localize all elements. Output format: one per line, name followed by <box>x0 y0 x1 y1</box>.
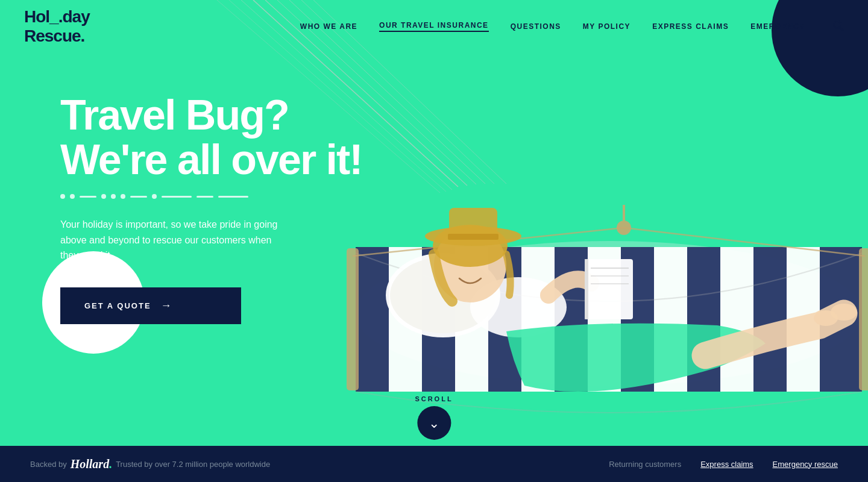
nav-travel-insurance[interactable]: OUR TRAVEL INSURANCE <box>379 21 489 32</box>
nav-who-we-are[interactable]: WHO WE ARE <box>300 22 357 31</box>
main-nav: WHO WE ARE OUR TRAVEL INSURANCE QUESTION… <box>300 19 844 34</box>
svg-rect-38 <box>449 208 497 238</box>
nav-questions[interactable]: QUESTIONS <box>511 22 561 31</box>
cta-area: GET A QUOTE → <box>60 287 362 324</box>
logo-line2: Rescue. <box>24 27 90 46</box>
morse-element <box>80 196 96 198</box>
nav-emergency[interactable]: EMERGENCY <box>750 22 805 31</box>
hollard-logo: Hollard. <box>71 457 112 471</box>
arrow-icon: → <box>161 299 173 312</box>
scroll-label: SCROLL <box>415 395 453 402</box>
morse-element <box>197 196 213 198</box>
header: Hol_.day Rescue. WHO WE ARE OUR TRAVEL I… <box>0 0 868 53</box>
footer-right: Returning customers Express claims Emerg… <box>609 460 838 469</box>
morse-element <box>130 196 147 198</box>
scroll-button[interactable]: ⌄ <box>417 406 451 440</box>
morse-element <box>70 194 75 199</box>
svg-rect-20 <box>859 248 868 390</box>
emergency-rescue-link[interactable]: Emergency rescue <box>773 460 838 469</box>
nav-my-policy[interactable]: MY POLICY <box>583 22 631 31</box>
search-button[interactable] <box>832 19 844 34</box>
backed-by-text: Backed by <box>30 460 67 469</box>
morse-element <box>218 196 248 198</box>
svg-point-29 <box>814 310 838 326</box>
morse-element <box>101 194 106 199</box>
express-claims-link[interactable]: Express claims <box>700 460 753 469</box>
footer-bar: Backed by Hollard. Trusted by over 7.2 m… <box>0 446 868 482</box>
tagline-text: Trusted by over 7.2 million people world… <box>116 460 270 469</box>
footer-left: Backed by Hollard. Trusted by over 7.2 m… <box>30 457 270 471</box>
morse-element <box>60 194 65 199</box>
chevron-down-icon: ⌄ <box>429 417 439 430</box>
morse-element <box>152 194 157 199</box>
hero-section: Hol_.day Rescue. WHO WE ARE OUR TRAVEL I… <box>0 0 868 446</box>
morse-element <box>162 196 192 198</box>
logo-text: Hol_.day <box>24 7 90 27</box>
nav-express-claims[interactable]: EXPRESS CLAIMS <box>652 22 729 31</box>
hero-title: Travel Bug? We're all over it! <box>60 93 362 182</box>
get-quote-button[interactable]: GET A QUOTE → <box>60 287 241 324</box>
svg-rect-31 <box>585 259 588 319</box>
morse-element <box>121 194 125 199</box>
svg-line-41 <box>840 27 843 30</box>
scroll-indicator[interactable]: SCROLL ⌄ <box>415 395 453 440</box>
hero-content: Travel Bug? We're all over it! Your holi… <box>60 93 362 324</box>
hammock-illustration <box>313 36 868 446</box>
svg-rect-39 <box>448 234 498 240</box>
svg-rect-17 <box>753 247 787 392</box>
morse-decoration <box>60 194 362 199</box>
morse-element <box>111 194 116 199</box>
returning-customers-link[interactable]: Returning customers <box>609 460 681 469</box>
logo[interactable]: Hol_.day Rescue. <box>24 7 90 46</box>
